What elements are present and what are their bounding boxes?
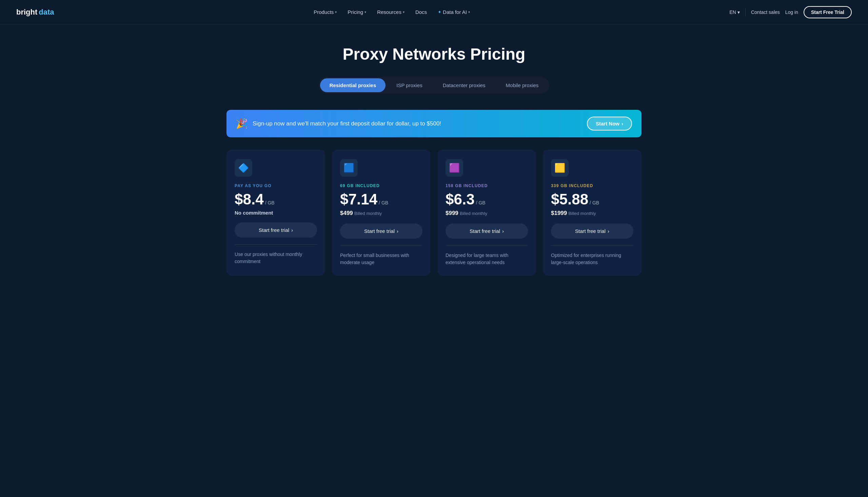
nav-ai-label: Data for AI [443,9,467,15]
nav-products[interactable]: Products ▾ [314,9,337,15]
chevron-down-icon: ▾ [403,10,404,14]
cube-icon: 🟨 [554,163,565,173]
price-row-158gb: $6.3 / GB [445,191,528,208]
nav-resources-label: Resources [377,9,401,15]
nav-docs-label: Docs [415,9,427,15]
billed-339gb: $1999 Billed monthly [551,210,634,217]
main-content: Proxy Networks Pricing Residential proxi… [210,25,658,289]
price-row-payg: $8.4 / GB [234,191,317,208]
arrow-right-icon: › [291,227,293,233]
start-trial-button-69gb[interactable]: Start free trial › [340,224,423,239]
language-label: EN [730,10,736,15]
chevron-down-icon: ▾ [365,10,366,14]
arrow-right-icon: › [397,228,398,234]
nav-actions: EN ▾ Contact sales Log in Start Free Tri… [730,6,852,18]
arrow-right-icon: › [502,228,504,234]
tier-label-158gb: 158 GB INCLUDED [445,183,528,188]
proxy-type-tabs: Residential proxies ISP proxies Datacent… [319,77,550,94]
cta-label-339gb: Start free trial [575,228,606,234]
card-divider [340,245,423,246]
promo-text: Sign-up now and we'll match your first d… [253,120,441,127]
price-row-69gb: $7.14 / GB [340,191,423,208]
billed-69gb: $499 Billed monthly [340,210,423,217]
star-icon: ✦ [438,10,441,15]
billed-amount-339gb: $1999 [551,210,567,216]
plan-icon-158gb: 🟪 [445,159,463,176]
cta-label-69gb: Start free trial [364,228,395,234]
nav-links: Products ▾ Pricing ▾ Resources ▾ Docs ✦ … [314,9,470,15]
plan-icon-payg: 🔷 [234,159,252,176]
pricing-grid: 🔷 PAY AS YOU GO $8.4 / GB No commitment … [227,150,641,275]
card-divider [551,245,634,246]
logo-bright: bright [16,8,37,17]
pricing-card-339gb: 🟨 339 GB INCLUDED $5.88 / GB $1999 Bille… [543,150,641,275]
tab-mobile-proxies[interactable]: Mobile proxies [496,78,548,92]
cta-label-payg: Start free trial [259,227,289,233]
navbar: bright data Products ▾ Pricing ▾ Resourc… [0,0,868,25]
promo-banner: 🎉 Sign-up now and we'll match your first… [227,110,641,137]
card-desc-158gb: Designed for large teams with extensive … [445,252,528,266]
party-icon: 🎉 [236,118,248,129]
billed-period-158gb: Billed monthly [460,211,487,216]
start-trial-button-339gb[interactable]: Start free trial › [551,224,634,239]
price-payg: $8.4 [234,191,264,208]
chevron-down-icon: ▾ [738,10,740,15]
tier-label-339gb: 339 GB INCLUDED [551,183,634,188]
cube-icon: 🔷 [238,163,249,173]
logo[interactable]: bright data [16,8,54,17]
pricing-card-69gb: 🟦 69 GB INCLUDED $7.14 / GB $499 Billed … [332,150,431,275]
promo-button-label: Start Now [596,121,620,126]
nav-data-for-ai[interactable]: ✦ Data for AI ▾ [438,9,470,15]
card-desc-339gb: Optimized for enterprises running large-… [551,252,634,266]
billed-period-69gb: Billed monthly [354,211,382,216]
plan-icon-339gb: 🟨 [551,159,569,176]
tabs-container: Residential proxies ISP proxies Datacent… [227,77,641,94]
billed-period-339gb: Billed monthly [568,211,596,216]
card-desc-69gb: Perfect for small businesses with modera… [340,252,423,266]
nav-products-label: Products [314,9,333,15]
tab-residential-proxies[interactable]: Residential proxies [320,78,386,92]
tab-isp-proxies[interactable]: ISP proxies [387,78,432,92]
no-commitment-label: No commitment [234,210,317,216]
start-trial-button-payg[interactable]: Start free trial › [234,223,317,238]
nav-pricing-label: Pricing [347,9,363,15]
cube-icon: 🟦 [343,163,354,173]
billed-amount-158gb: $999 [445,210,458,216]
pricing-card-payg: 🔷 PAY AS YOU GO $8.4 / GB No commitment … [227,150,325,275]
start-trial-button-158gb[interactable]: Start free trial › [445,224,528,239]
nav-resources[interactable]: Resources ▾ [377,9,404,15]
billed-amount-69gb: $499 [340,210,353,216]
arrow-right-icon: › [622,121,623,126]
arrow-right-icon: › [608,228,609,234]
start-free-trial-button[interactable]: Start Free Trial [803,6,852,18]
card-divider [445,245,528,246]
language-selector[interactable]: EN ▾ [730,10,740,15]
pricing-card-158gb: 🟪 158 GB INCLUDED $6.3 / GB $999 Billed … [437,150,536,275]
promo-start-now-button[interactable]: Start Now › [587,117,632,130]
price-339gb: $5.88 [551,191,588,208]
card-desc-payg: Use our proxies without monthly commitme… [234,251,317,265]
price-unit-339gb: / GB [589,200,599,205]
price-unit-69gb: / GB [379,200,388,205]
cta-label-158gb: Start free trial [470,228,500,234]
tier-label-69gb: 69 GB INCLUDED [340,183,423,188]
price-158gb: $6.3 [445,191,475,208]
nav-docs[interactable]: Docs [415,9,427,15]
nav-pricing[interactable]: Pricing ▾ [347,9,366,15]
card-divider [234,244,317,245]
chevron-down-icon: ▾ [468,10,470,14]
cube-icon: 🟪 [449,163,460,173]
logo-data: data [39,8,54,17]
tab-datacenter-proxies[interactable]: Datacenter proxies [433,78,495,92]
nav-divider [745,8,745,16]
page-title: Proxy Networks Pricing [227,45,641,63]
contact-sales-link[interactable]: Contact sales [751,10,780,15]
chevron-down-icon: ▾ [335,10,337,14]
tier-label-payg: PAY AS YOU GO [234,183,317,188]
price-row-339gb: $5.88 / GB [551,191,634,208]
price-69gb: $7.14 [340,191,378,208]
plan-icon-69gb: 🟦 [340,159,358,176]
login-link[interactable]: Log in [785,10,798,15]
billed-158gb: $999 Billed monthly [445,210,528,217]
price-unit-payg: / GB [265,200,275,205]
